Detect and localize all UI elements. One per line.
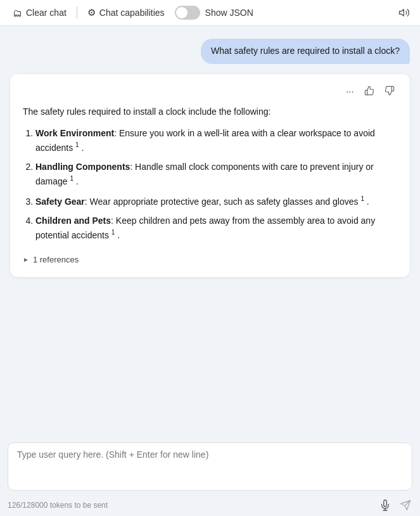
show-json-toggle-container: Show JSON [175, 6, 253, 20]
input-area [8, 442, 412, 491]
clear-chat-label: Clear chat [26, 8, 67, 18]
list-item-detail-2: : Wear appropriate protective gear, such… [85, 197, 369, 207]
superscript-1: 1 [70, 176, 73, 183]
thumbs-up-button[interactable] [362, 84, 377, 100]
assistant-card: ··· The safety rules required to install… [10, 74, 410, 278]
list-item: Safety Gear: Wear appropriate protective… [35, 194, 397, 209]
chat-capabilities-button[interactable]: ⚙ Chat capabilities [82, 4, 170, 21]
chat-capabilities-label: Chat capabilities [99, 8, 165, 18]
list-item: Handling Components: Handle small clock … [35, 160, 397, 188]
input-footer: 126/128000 tokens to be sent [0, 496, 420, 516]
send-button[interactable] [398, 498, 412, 512]
assistant-list: Work Environment: Ensure you work in a w… [23, 126, 397, 242]
user-message: What safety rules are required to instal… [10, 39, 410, 64]
superscript-3: 1 [111, 229, 115, 236]
references-toggle-button[interactable]: ► 1 references [23, 252, 79, 267]
references-label: 1 references [33, 255, 79, 264]
thumbs-up-icon [364, 86, 374, 96]
list-item: Work Environment: Ensure you work in a w… [35, 126, 397, 155]
mic-button[interactable] [378, 498, 392, 512]
ellipsis-icon: ··· [346, 86, 354, 97]
list-item-term-0: Work Environment [35, 128, 114, 138]
send-icon [400, 500, 411, 511]
toolbar: 🗂 Clear chat ⚙ Chat capabilities Show JS… [0, 0, 420, 26]
clear-chat-button[interactable]: 🗂 Clear chat [8, 5, 72, 21]
list-item-term-1: Handling Components [35, 162, 130, 172]
thumbs-down-icon [385, 86, 395, 96]
superscript-2: 1 [360, 195, 364, 202]
token-count: 126/128000 tokens to be sent [8, 501, 108, 510]
show-json-toggle[interactable] [175, 6, 200, 20]
show-json-label: Show JSON [205, 8, 253, 18]
toolbar-divider [77, 6, 77, 19]
card-actions: ··· [23, 84, 397, 100]
svg-marker-0 [400, 10, 404, 16]
mic-icon [379, 500, 391, 511]
gear-icon: ⚙ [87, 7, 96, 18]
more-options-button[interactable]: ··· [343, 84, 357, 100]
chevron-right-icon: ► [23, 256, 29, 263]
thumbs-down-button[interactable] [382, 84, 397, 100]
user-message-text: What safety rules are required to instal… [211, 46, 400, 56]
user-bubble: What safety rules are required to instal… [201, 39, 410, 64]
query-input[interactable] [17, 449, 403, 481]
volume-button[interactable] [396, 4, 412, 21]
assistant-intro: The safety rules required to install a c… [23, 105, 397, 119]
volume-icon [398, 7, 410, 18]
list-item: Children and Pets: Keep children and pet… [35, 214, 397, 242]
broom-icon: 🗂 [13, 8, 22, 18]
list-item-term-3: Children and Pets [35, 216, 111, 226]
list-item-term-2: Safety Gear [35, 197, 85, 207]
superscript-0: 1 [75, 141, 79, 148]
chat-area: What safety rules are required to instal… [0, 26, 420, 442]
